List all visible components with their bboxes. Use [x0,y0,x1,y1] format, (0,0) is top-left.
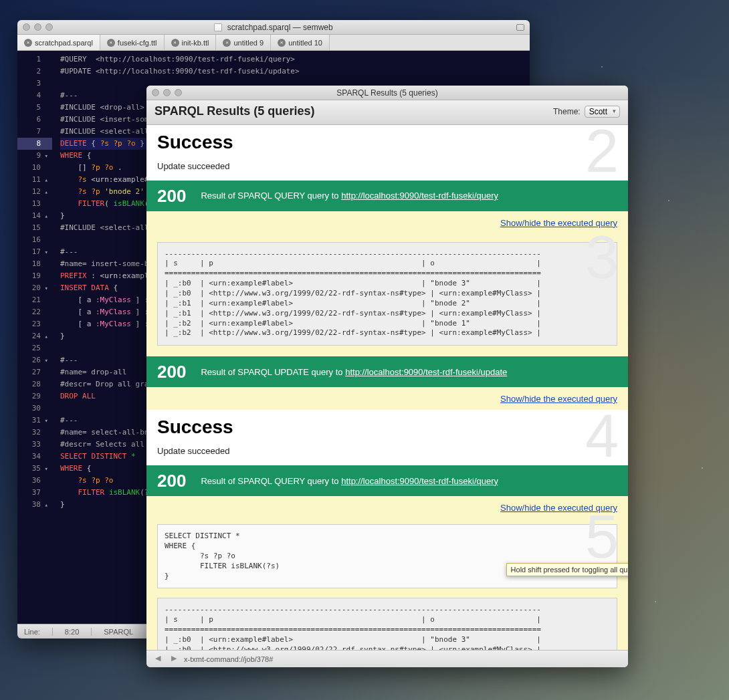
tab-close-icon[interactable]: × [24,39,32,47]
query-url-link[interactable]: http://localhost:9090/test-rdf-fuseki/qu… [341,476,498,486]
line-number: 21 [17,294,52,306]
status-description: Result of SPARQL QUERY query to http://l… [201,476,498,486]
line-number: 16 [17,234,52,246]
status-line-label: Line: [24,628,40,636]
tab-label: init-kb.ttl [182,39,209,47]
line-number: 1 [17,53,52,66]
line-number: 25 [17,342,52,354]
minimize-icon[interactable] [163,89,171,96]
zoom-icon[interactable] [45,23,53,31]
line-number: 24▴ [17,330,52,342]
nav-back-icon[interactable]: ◀ [152,654,164,665]
line-number: 26▾ [17,354,52,366]
status-language[interactable]: SPARQL [91,628,133,636]
results-window: SPARQL Results (5 queries) SPARQL Result… [146,86,628,667]
line-number: 3 [17,78,52,90]
status-description: Result of SPARQL QUERY query to http://l… [201,191,498,201]
line-number: 23 [17,318,52,330]
theme-select[interactable]: Scott [585,106,620,118]
line-number: 8 [17,138,52,150]
line-number: 18 [17,258,52,270]
result-table-1[interactable]: ----------------------------------------… [157,242,617,346]
line-number: 9▾ [17,150,52,162]
http-code: 200 [157,472,186,489]
tab-close-icon[interactable]: × [171,39,179,47]
results-body[interactable]: 2 Success Update succeeded 200 Result of… [146,125,628,650]
close-icon[interactable] [152,89,159,96]
tab-close-icon[interactable]: × [223,39,231,47]
results-header: SPARQL Results (5 queries) Theme: Scott [146,100,628,125]
update-url-link[interactable]: http://localhost:9090/test-rdf-fuseki/up… [345,367,507,377]
line-number: 36 [17,475,52,487]
line-number: 34 [17,451,52,463]
editor-title: scratchpad.sparql — semweb [17,23,530,32]
success-heading: Success [157,133,617,152]
result-block-3: 3 --------------------------------------… [146,234,628,357]
line-number: 13 [17,198,52,210]
tab-label: untitled 9 [233,39,264,47]
tab-close-icon[interactable]: × [278,39,286,47]
toggle-query-link[interactable]: Show/hide the executed query [500,503,617,513]
nav-forward-icon[interactable]: ▶ [168,654,180,665]
editor-tab[interactable]: ×untitled 9 [216,35,271,50]
line-number: 38▴ [17,499,52,511]
line-number: 11▴ [17,174,52,186]
line-number: 5 [17,102,52,114]
line-number: 20▾ [17,282,52,294]
toggle-query-link[interactable]: Show/hide the executed query [500,394,617,404]
traffic-lights [23,23,53,31]
line-number-gutter: 123456789▾1011▴12▴1314▴151617▾181920▾212… [17,51,55,624]
line-number: 7 [17,126,52,138]
success-message: Update succeeded [157,446,617,456]
result-block-2: 2 Success Update succeeded [146,125,628,181]
line-number: 17▾ [17,246,52,258]
line-number: 14▴ [17,210,52,222]
minimize-icon[interactable] [34,23,41,31]
result-table-2[interactable]: ----------------------------------------… [157,598,617,650]
query-url-link[interactable]: http://localhost:9090/test-rdf-fuseki/qu… [341,191,498,201]
editor-tab[interactable]: ×fuseki-cfg.ttl [100,35,165,50]
results-titlebar[interactable]: SPARQL Results (5 queries) [146,86,628,100]
line-number: 22 [17,306,52,318]
results-heading: SPARQL Results (5 queries) [154,104,314,119]
editor-tab[interactable]: ×init-kb.ttl [165,35,217,50]
close-icon[interactable] [23,23,30,31]
tab-label: scratchpad.sparql [35,39,93,47]
editor-tab[interactable]: ×untitled 10 [271,35,330,50]
tooltip: Hold shift pressed for toggling all quer… [506,563,628,576]
toggle-query-link[interactable]: Show/hide the executed query [500,218,617,228]
editor-titlebar[interactable]: scratchpad.sparql — semweb [17,20,530,35]
theme-label: Theme: [553,107,581,116]
line-number: 15 [17,222,52,234]
success-message: Update succeeded [157,161,617,171]
line-number: 19 [17,270,52,282]
traffic-lights [152,89,182,96]
toggle-row: Show/hide the executed query [146,211,628,234]
tab-close-icon[interactable]: × [107,39,115,47]
line-number: 6 [17,114,52,126]
line-number: 10 [17,162,52,174]
editor-tabbar: ×scratchpad.sparql×fuseki-cfg.ttl×init-k… [17,35,530,51]
status-bar-update: 200 Result of SPARQL UPDATE query to htt… [146,356,628,387]
zoom-icon[interactable] [175,89,182,96]
line-number: 32 [17,427,52,439]
results-footer: ◀ ▶ x-txmt-command://job/378# [146,650,628,667]
http-code: 200 [157,363,186,380]
toggle-row: Show/hide the executed query [146,387,628,410]
result-block-4: 4 Success Update succeeded [146,410,628,465]
line-number: 37 [17,487,52,499]
line-number: 4 [17,90,52,102]
line-number: 28 [17,378,52,390]
fullscreen-icon[interactable] [516,24,524,31]
results-window-title: SPARQL Results (5 queries) [146,88,628,98]
line-number: 12▴ [17,186,52,198]
result-block-5: 5 SELECT DISTINCT * WHERE { ?s ?p ?o FIL… [146,519,628,650]
status-bar-query-2: 200 Result of SPARQL QUERY query to http… [146,465,628,496]
document-icon [214,23,222,31]
tab-label: untitled 10 [288,39,322,47]
line-number: 29 [17,390,52,402]
http-code: 200 [157,187,186,205]
status-cursor-pos: 8:20 [52,628,79,636]
executed-query-text[interactable]: SELECT DISTINCT * WHERE { ?s ?p ?o FILTE… [157,524,617,588]
editor-tab[interactable]: ×scratchpad.sparql [17,35,100,50]
